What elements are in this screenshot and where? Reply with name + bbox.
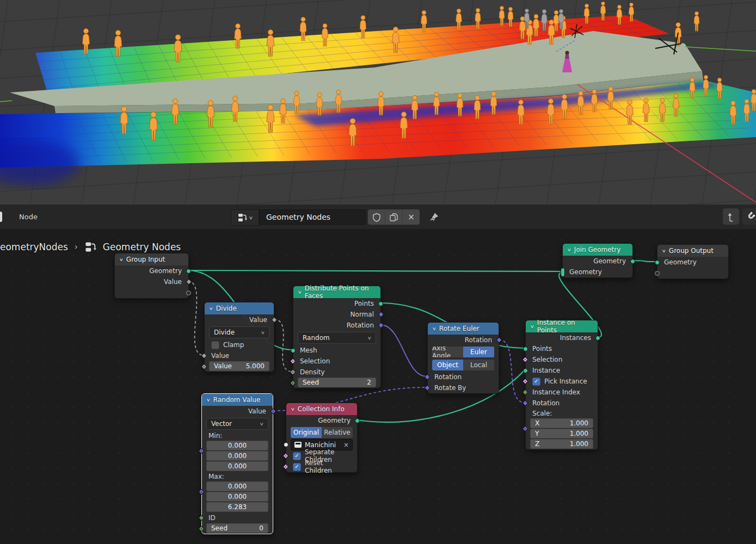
node-header-divide[interactable]: ∨Divide [205,302,274,314]
node-editor-header: Node ∨ Geometry Nodes [0,205,756,230]
fake-user-button[interactable] [368,209,385,225]
node-header-rotate-euler[interactable]: ∨Rotate Euler [428,323,499,335]
value-field[interactable]: 0.000 [206,451,268,461]
collapse-chevron-icon[interactable]: ∨ [209,306,213,311]
dropdown-vector[interactable]: Vector∨ [206,418,268,430]
socket-label: Value [249,316,267,324]
node-random-value[interactable]: ∨Random ValueValueVector∨Min:0.0000.0000… [201,393,273,534]
node-tree-selector[interactable]: ∨ [231,209,259,226]
node-distribute-points-on-faces[interactable]: ∨Distribute Points on FacesPointsNormalR… [293,286,381,388]
value-field-value[interactable]: Value5.000 [209,361,269,371]
node-title: Distribute Points on Faces [305,285,376,300]
node-collection-info[interactable]: ∨Collection InfoGeometryOriginalRelative… [286,403,358,473]
node-group-input[interactable]: ∨Group InputGeometryValue [114,253,189,299]
Mesh-socket[interactable] [291,348,296,353]
checkbox-separate-children[interactable]: ✓ [293,452,301,460]
value-field[interactable]: 0.000 [206,492,268,502]
node-join-geometry[interactable]: ∨Join GeometryGeometryGeometry [562,243,633,278]
value-field-seed[interactable]: Seed2 [298,378,376,387]
snap-button[interactable] [742,208,756,225]
collapse-chevron-icon[interactable]: ∨ [206,398,211,403]
node-header-join-geometry[interactable]: ∨Join Geometry [563,244,632,256]
node-header-instance-on-points[interactable]: ∨Instance on Points [526,320,598,332]
node-header-group-output[interactable]: ∨Group Output [657,245,728,257]
node-header-distribute-points-on-faces[interactable]: ∨Distribute Points on Faces [293,286,380,298]
link-distribute-points-on-faces-Rotation [380,325,427,376]
Points-socket[interactable] [523,347,528,351]
value-field[interactable]: 0.000 [206,481,268,491]
output-geometry: Geometry [563,256,632,267]
clear-collection-icon[interactable]: × [343,441,349,449]
property-label: Scale: [532,410,552,417]
value-field-z[interactable]: Z1.000 [530,439,593,449]
field-value: 6.283 [228,503,247,511]
Geometry-socket[interactable] [186,269,191,274]
value-field-x[interactable]: X1.000 [530,418,593,428]
toggle-option-local[interactable]: Local [463,360,494,370]
node-title: Group Output [669,247,714,255]
unlink-button[interactable]: × [403,209,420,225]
Geometry-socket[interactable] [655,260,660,265]
pin-button[interactable] [427,211,440,224]
collection-icon [294,442,302,448]
field-value: 0 [259,524,263,532]
collapse-chevron-icon[interactable]: ∨ [298,290,302,295]
collapse-chevron-icon[interactable]: ∨ [119,257,124,262]
value-field-y[interactable]: Y1.000 [530,429,593,438]
value-field[interactable]: 0.000 [206,461,268,471]
value-field[interactable]: 0.000 [206,441,268,450]
toggle-option-object[interactable]: Object [432,360,463,370]
collapse-chevron-icon[interactable]: ∨ [567,248,571,252]
toggle-option-relative[interactable]: Relative [322,427,353,438]
virtual-socket[interactable] [655,271,660,276]
node-header-random-value[interactable]: ∨Random Value [202,394,273,406]
toggle-option-original[interactable]: Original [291,427,322,438]
shield-icon [372,213,381,222]
value-field[interactable]: 6.283 [206,502,268,512]
node-editor-canvas[interactable]: eometryNodes › Geometry Nodes ∨Group Inp… [0,229,756,544]
toggle-option-axis-angle[interactable]: Axis Angle [432,347,463,357]
go-to-parent-button[interactable] [723,208,739,225]
field-label: Value [214,362,232,370]
blender-window: Node ∨ Geometry Nodes [0,0,756,544]
3d-viewport[interactable] [0,0,756,205]
Instances-socket[interactable] [595,336,600,341]
node-tree-name-field[interactable]: Geometry Nodes [259,209,366,225]
Geometry-socket[interactable] [355,418,360,423]
breadcrumb-root[interactable]: eometryNodes [0,242,68,252]
collapse-chevron-icon[interactable]: ∨ [291,407,295,412]
checkbox-reset-children[interactable]: ✓ [293,463,301,471]
toggle-option-euler[interactable]: Euler [463,347,494,357]
Geometry-socket[interactable] [561,268,565,277]
node-menu[interactable]: Node [16,205,41,229]
Instance-socket[interactable] [523,368,528,373]
checkbox-pick-instance[interactable]: ✓ [532,378,540,386]
collapse-chevron-icon[interactable]: ∨ [662,249,666,254]
node-divide[interactable]: ∨DivideValueDivide∨ClampValueValue5.000 [204,302,274,372]
virtual-socket[interactable] [186,290,191,295]
node-rotate-euler[interactable]: ∨Rotate EulerRotationAxis AngleEulerObje… [427,322,499,394]
input-rotate-by: Rotate By [428,382,499,393]
collapse-chevron-icon[interactable]: ∨ [530,324,534,329]
magnet-icon [745,211,756,222]
node-group-output[interactable]: ∨Group OutputGeometry [657,244,729,279]
value-field-seed[interactable]: Seed0 [206,523,268,533]
output-instances: Instances [526,332,598,343]
editor-type-icon[interactable] [0,212,2,222]
checkbox-clamp[interactable] [211,341,219,349]
field-value: 0.000 [228,452,247,460]
node-instance-on-points[interactable]: ∨Instance on PointsInstancesPointsSelect… [525,320,598,450]
link-rotate-euler-Rotation [499,339,525,403]
socket-label: Rotation [347,322,374,329]
collapse-chevron-icon[interactable]: ∨ [432,326,437,331]
dropdown-random[interactable]: Random∨ [298,332,376,344]
node-header-collection-info[interactable]: ∨Collection Info [286,403,357,415]
node-header-group-input[interactable]: ∨Group Input [115,254,188,265]
Geometry-socket[interactable] [630,259,635,264]
Points-socket[interactable] [378,301,383,306]
new-datablock-button[interactable] [385,209,403,225]
collection-socket[interactable] [284,442,288,447]
node-title: Instance on Points [537,319,593,334]
dropdown-divide[interactable]: Divide∨ [209,326,269,338]
input-points: Points [526,343,598,354]
